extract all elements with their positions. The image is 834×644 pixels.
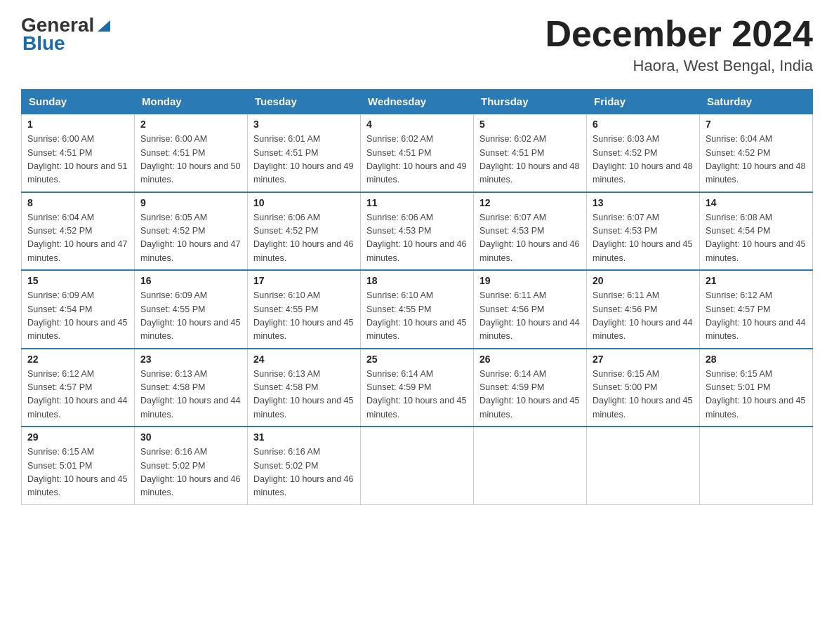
day-info: Sunrise: 6:04 AMSunset: 4:52 PMDaylight:… — [27, 211, 128, 266]
day-info: Sunrise: 6:00 AMSunset: 4:51 PMDaylight:… — [140, 133, 241, 187]
day-number: 11 — [366, 197, 468, 208]
day-cell-18: 18Sunrise: 6:10 AMSunset: 4:55 PMDayligh… — [361, 270, 474, 349]
day-info: Sunrise: 6:06 AMSunset: 4:53 PMDaylight:… — [366, 211, 468, 266]
day-cell-28: 28Sunrise: 6:15 AMSunset: 5:01 PMDayligh… — [700, 349, 813, 427]
day-number: 27 — [593, 354, 694, 365]
day-cell-30: 30Sunrise: 6:16 AMSunset: 5:02 PMDayligh… — [135, 427, 248, 504]
day-number: 1 — [27, 119, 128, 130]
day-cell-2: 2Sunrise: 6:00 AMSunset: 4:51 PMDaylight… — [135, 114, 248, 192]
day-info: Sunrise: 6:15 AMSunset: 5:01 PMDaylight:… — [706, 368, 807, 422]
day-info: Sunrise: 6:02 AMSunset: 4:51 PMDaylight:… — [366, 133, 468, 187]
day-number: 2 — [140, 119, 241, 130]
day-cell-3: 3Sunrise: 6:01 AMSunset: 4:51 PMDaylight… — [248, 114, 361, 192]
week-row-1: 1Sunrise: 6:00 AMSunset: 4:51 PMDaylight… — [22, 114, 813, 192]
day-cell-7: 7Sunrise: 6:04 AMSunset: 4:52 PMDaylight… — [700, 114, 813, 192]
day-number: 14 — [706, 197, 807, 208]
day-info: Sunrise: 6:14 AMSunset: 4:59 PMDaylight:… — [366, 368, 468, 422]
logo-blue-text: Blue — [22, 32, 65, 55]
day-number: 10 — [253, 197, 355, 208]
empty-cell — [587, 427, 700, 504]
header-saturday: Saturday — [700, 90, 813, 114]
empty-cell — [700, 427, 813, 504]
day-cell-27: 27Sunrise: 6:15 AMSunset: 5:00 PMDayligh… — [587, 349, 700, 427]
week-row-2: 8Sunrise: 6:04 AMSunset: 4:52 PMDaylight… — [22, 192, 813, 271]
day-cell-10: 10Sunrise: 6:06 AMSunset: 4:52 PMDayligh… — [248, 192, 361, 271]
day-cell-12: 12Sunrise: 6:07 AMSunset: 4:53 PMDayligh… — [474, 192, 587, 271]
calendar-title: December 2024 — [545, 14, 813, 54]
day-cell-11: 11Sunrise: 6:06 AMSunset: 4:53 PMDayligh… — [361, 192, 474, 271]
day-cell-25: 25Sunrise: 6:14 AMSunset: 4:59 PMDayligh… — [361, 349, 474, 427]
calendar-table: SundayMondayTuesdayWednesdayThursdayFrid… — [21, 89, 813, 505]
logo: General Blue — [21, 14, 112, 55]
day-number: 6 — [593, 119, 694, 130]
day-number: 15 — [27, 275, 128, 286]
day-info: Sunrise: 6:08 AMSunset: 4:54 PMDaylight:… — [706, 211, 807, 266]
day-info: Sunrise: 6:12 AMSunset: 4:57 PMDaylight:… — [706, 289, 807, 344]
header-friday: Friday — [587, 90, 700, 114]
day-number: 26 — [479, 354, 581, 365]
day-info: Sunrise: 6:13 AMSunset: 4:58 PMDaylight:… — [253, 368, 355, 422]
day-info: Sunrise: 6:15 AMSunset: 5:00 PMDaylight:… — [593, 368, 694, 422]
day-info: Sunrise: 6:15 AMSunset: 5:01 PMDaylight:… — [27, 445, 128, 500]
day-number: 28 — [706, 354, 807, 365]
day-info: Sunrise: 6:12 AMSunset: 4:57 PMDaylight:… — [27, 368, 128, 422]
day-info: Sunrise: 6:13 AMSunset: 4:58 PMDaylight:… — [140, 368, 241, 422]
header-row: SundayMondayTuesdayWednesdayThursdayFrid… — [22, 90, 813, 114]
day-number: 18 — [366, 275, 468, 286]
empty-cell — [361, 427, 474, 504]
day-info: Sunrise: 6:02 AMSunset: 4:51 PMDaylight:… — [479, 133, 581, 187]
day-info: Sunrise: 6:07 AMSunset: 4:53 PMDaylight:… — [479, 211, 581, 266]
day-number: 7 — [706, 119, 807, 130]
day-info: Sunrise: 6:04 AMSunset: 4:52 PMDaylight:… — [706, 133, 807, 187]
day-number: 31 — [253, 431, 355, 443]
day-number: 12 — [479, 197, 581, 208]
day-cell-20: 20Sunrise: 6:11 AMSunset: 4:56 PMDayligh… — [587, 270, 700, 349]
day-info: Sunrise: 6:07 AMSunset: 4:53 PMDaylight:… — [593, 211, 694, 266]
day-info: Sunrise: 6:05 AMSunset: 4:52 PMDaylight:… — [140, 211, 241, 266]
day-cell-5: 5Sunrise: 6:02 AMSunset: 4:51 PMDaylight… — [474, 114, 587, 192]
day-number: 30 — [140, 431, 241, 443]
day-info: Sunrise: 6:09 AMSunset: 4:55 PMDaylight:… — [140, 289, 241, 344]
day-cell-19: 19Sunrise: 6:11 AMSunset: 4:56 PMDayligh… — [474, 270, 587, 349]
day-cell-15: 15Sunrise: 6:09 AMSunset: 4:54 PMDayligh… — [22, 270, 135, 349]
day-cell-6: 6Sunrise: 6:03 AMSunset: 4:52 PMDaylight… — [587, 114, 700, 192]
day-info: Sunrise: 6:03 AMSunset: 4:52 PMDaylight:… — [593, 133, 694, 187]
day-cell-9: 9Sunrise: 6:05 AMSunset: 4:52 PMDaylight… — [135, 192, 248, 271]
day-cell-22: 22Sunrise: 6:12 AMSunset: 4:57 PMDayligh… — [22, 349, 135, 427]
page-header: General Blue December 2024 Haora, West B… — [21, 14, 813, 75]
day-info: Sunrise: 6:14 AMSunset: 4:59 PMDaylight:… — [479, 368, 581, 422]
day-cell-16: 16Sunrise: 6:09 AMSunset: 4:55 PMDayligh… — [135, 270, 248, 349]
day-cell-21: 21Sunrise: 6:12 AMSunset: 4:57 PMDayligh… — [700, 270, 813, 349]
empty-cell — [474, 427, 587, 504]
calendar-subtitle: Haora, West Bengal, India — [545, 57, 813, 75]
day-info: Sunrise: 6:10 AMSunset: 4:55 PMDaylight:… — [253, 289, 355, 344]
day-cell-4: 4Sunrise: 6:02 AMSunset: 4:51 PMDaylight… — [361, 114, 474, 192]
day-info: Sunrise: 6:10 AMSunset: 4:55 PMDaylight:… — [366, 289, 468, 344]
week-row-3: 15Sunrise: 6:09 AMSunset: 4:54 PMDayligh… — [22, 270, 813, 349]
day-info: Sunrise: 6:06 AMSunset: 4:52 PMDaylight:… — [253, 211, 355, 266]
day-number: 23 — [140, 354, 241, 365]
day-cell-23: 23Sunrise: 6:13 AMSunset: 4:58 PMDayligh… — [135, 349, 248, 427]
day-info: Sunrise: 6:11 AMSunset: 4:56 PMDaylight:… — [479, 289, 581, 344]
day-cell-8: 8Sunrise: 6:04 AMSunset: 4:52 PMDaylight… — [22, 192, 135, 271]
header-monday: Monday — [135, 90, 248, 114]
day-info: Sunrise: 6:16 AMSunset: 5:02 PMDaylight:… — [140, 445, 241, 500]
day-number: 25 — [366, 354, 468, 365]
day-number: 19 — [479, 275, 581, 286]
day-number: 9 — [140, 197, 241, 208]
week-row-5: 29Sunrise: 6:15 AMSunset: 5:01 PMDayligh… — [22, 427, 813, 504]
header-thursday: Thursday — [474, 90, 587, 114]
day-cell-14: 14Sunrise: 6:08 AMSunset: 4:54 PMDayligh… — [700, 192, 813, 271]
day-info: Sunrise: 6:16 AMSunset: 5:02 PMDaylight:… — [253, 445, 355, 500]
day-number: 17 — [253, 275, 355, 286]
logo-icon — [96, 18, 112, 33]
day-number: 13 — [593, 197, 694, 208]
day-number: 24 — [253, 354, 355, 365]
day-number: 20 — [593, 275, 694, 286]
day-number: 8 — [27, 197, 128, 208]
day-cell-24: 24Sunrise: 6:13 AMSunset: 4:58 PMDayligh… — [248, 349, 361, 427]
day-cell-29: 29Sunrise: 6:15 AMSunset: 5:01 PMDayligh… — [22, 427, 135, 504]
title-block: December 2024 Haora, West Bengal, India — [545, 14, 813, 75]
day-number: 4 — [366, 119, 468, 130]
day-number: 22 — [27, 354, 128, 365]
